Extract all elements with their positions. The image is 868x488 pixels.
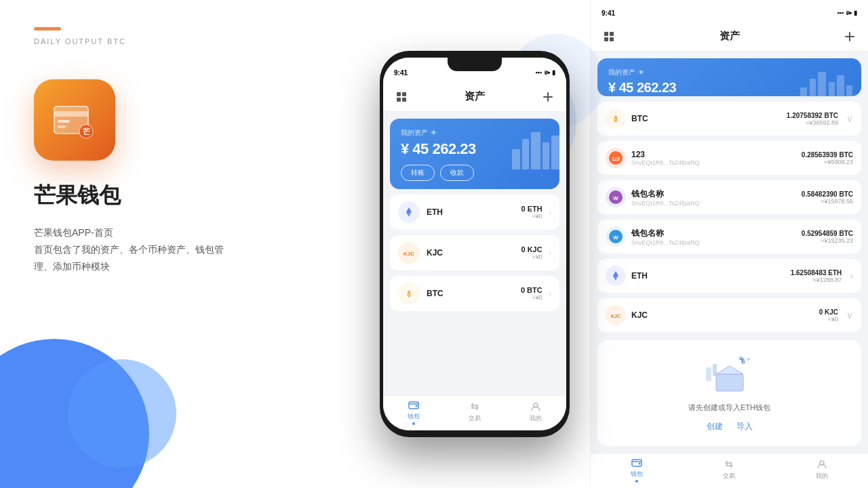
right-123-name: 123 [631, 150, 796, 159]
phone-device: 9:41 ▪▪▪ ⌲ ▮ 资产 [380, 51, 570, 437]
kjc-amount: 0 KJC [521, 245, 542, 253]
right-asset-card: 我的资产 👁 ¥ 45 262.23 转账 收款 [597, 58, 861, 96]
svg-rect-35 [846, 85, 852, 96]
svg-rect-55 [706, 367, 711, 381]
right-eth-row[interactable]: ETH 1.62508483 ETH ≈¥1288.87 › [597, 259, 861, 293]
svg-text:123: 123 [612, 157, 620, 161]
phone-tab-wallet[interactable]: 钱包 [383, 399, 444, 425]
right-kjc-chevron: ∨ [846, 310, 853, 321]
right-navbar: 资产 [591, 22, 868, 52]
svg-point-58 [639, 463, 641, 465]
right-wallet2-fiat: ≈¥15235.23 [802, 237, 853, 244]
right-wallet2-addr: 3AvEQt1R8...TsZ4fpaRQ [631, 239, 796, 246]
svg-marker-51 [716, 366, 743, 374]
eth-create-link[interactable]: 创建 [707, 421, 723, 432]
phone-time: 9:41 [394, 69, 408, 77]
svg-rect-29 [610, 37, 614, 41]
right-kjc-row[interactable]: KJC KJC 0 KJC ≈¥0 ∨ [597, 298, 861, 332]
phone-screen: 9:41 ▪▪▪ ⌲ ▮ 资产 [383, 58, 566, 430]
kjc-name: KJC [427, 248, 514, 258]
right-btc-icon: ₿ [606, 108, 626, 129]
phone-eth-row[interactable]: ETH 0 ETH ≈¥0 › [390, 195, 559, 230]
phone-receive-button[interactable]: 收款 [440, 165, 474, 181]
right-btc-name: BTC [631, 114, 781, 123]
eth-name: ETH [427, 207, 514, 217]
phone-content: 我的资产 👁 ¥ 45 262.23 转账 收款 ETH [383, 112, 566, 395]
right-kjc-name: KJC [631, 310, 814, 320]
right-wallet2-amount-col: 0.52954859 BTC ≈¥15235.23 [802, 230, 853, 244]
phone-nav-title: 资产 [465, 90, 485, 103]
right-wallet2-row[interactable]: W 钱包名称 3AvEQt1R8...TsZ4fpaRQ 0.52954859 … [597, 220, 861, 253]
btc-amount: 0 BTC [521, 286, 542, 294]
right-wallet1-addr: 3AvEQt1R8...TsZ4fpaRQ [631, 200, 796, 207]
right-eth-crypto: 1.62508483 ETH [791, 269, 842, 277]
right-content: 我的资产 👁 ¥ 45 262.23 转账 收款 ₿ BTC 1.2075839… [591, 52, 868, 453]
desc-line1: 芒果钱包APP-首页 [34, 227, 113, 238]
svg-rect-9 [402, 98, 406, 102]
right-123-amount-col: 0.28563939 BTC ≈¥5908.23 [802, 151, 853, 165]
right-tab-active-dot [635, 480, 638, 483]
eth-amount: 0 ETH [521, 205, 542, 213]
eth-wallet-create-box: 请先创建或导入ETH钱包 创建 导入 [597, 340, 861, 446]
svg-rect-13 [542, 142, 549, 169]
right-wallet1-name-col: 钱包名称 3AvEQt1R8...TsZ4fpaRQ [631, 188, 796, 207]
phone-nav-grid-icon[interactable] [394, 89, 409, 104]
svg-text:W: W [613, 235, 618, 241]
svg-point-24 [416, 405, 418, 407]
phone-navbar: 资产 [383, 82, 566, 112]
right-eth-chevron: › [850, 270, 853, 281]
right-kjc-icon: KJC [606, 305, 626, 325]
btc-icon: ₿ [398, 283, 420, 304]
svg-rect-11 [522, 139, 529, 169]
svg-rect-1 [54, 111, 88, 117]
right-btc-name-col: BTC [631, 114, 781, 123]
eth-create-svg [703, 354, 757, 394]
kjc-name-col: KJC [427, 248, 514, 258]
right-btc-crypto: 1.20758392 BTC [787, 112, 838, 119]
right-nav-add-icon[interactable] [842, 29, 857, 44]
signal-icon: ▪▪▪ [535, 69, 542, 76]
right-status-icons: ▪▪▪ ⌲ ▮ [837, 9, 857, 16]
right-btc-amount-col: 1.20758392 BTC ≈¥36592.89 [787, 112, 838, 126]
right-123-row[interactable]: 123 123 3AvEQt1R8...TsZ4fpaRQ 0.28563939… [597, 141, 861, 175]
right-wallet2-crypto: 0.52954859 BTC [802, 230, 853, 237]
brand-subtitle: DAILY OUTPUT BTC [34, 37, 326, 45]
svg-rect-2 [58, 120, 70, 123]
right-eth-fiat: ≈¥1288.87 [791, 277, 842, 283]
svg-rect-31 [810, 79, 816, 96]
phone-tab-exchange[interactable]: 交易 [444, 401, 505, 423]
phone-mockup: 9:41 ▪▪▪ ⌲ ▮ 资产 [359, 0, 590, 488]
right-btc-row[interactable]: ₿ BTC 1.20758392 BTC ≈¥36592.89 ∨ [597, 102, 861, 136]
desc-line2: 首页包含了我的资产、各个币种资产、钱包管 [34, 244, 224, 255]
right-wallet1-row[interactable]: W 钱包名称 3AvEQt1R8...TsZ4fpaRQ 0.58482390 … [597, 180, 861, 214]
right-tab-wallet[interactable]: 钱包 [591, 456, 683, 483]
phone-tab-exchange-label: 交易 [469, 414, 481, 423]
eth-import-link[interactable]: 导入 [736, 421, 753, 432]
svg-rect-33 [829, 82, 835, 96]
phone-btc-row[interactable]: ₿ BTC 0 BTC ≈¥0 › [390, 276, 559, 311]
right-wallet2-name-col: 钱包名称 3AvEQt1R8...TsZ4fpaRQ [631, 228, 796, 246]
right-123-icon: 123 [606, 148, 626, 168]
kjc-approx: ≈¥0 [521, 253, 542, 260]
phone-kjc-row[interactable]: KJC KJC 0 KJC ≈¥0 › [390, 235, 559, 270]
right-nav-grid-icon[interactable] [601, 29, 616, 44]
phone-nav-add-icon[interactable] [540, 89, 555, 104]
right-eye-icon: 👁 [638, 69, 644, 76]
blue-blob2-decoration [68, 359, 176, 468]
eth-approx: ≈¥0 [521, 213, 542, 220]
phone-tab-mine[interactable]: 我的 [505, 401, 566, 423]
svg-rect-6 [397, 92, 401, 96]
right-123-addr: 3AvEQt1R8...TsZ4fpaRQ [631, 159, 796, 166]
svg-text:W: W [613, 195, 618, 201]
eth-name-col: ETH [427, 207, 514, 217]
right-tab-wallet-label: 钱包 [631, 470, 643, 479]
right-tab-exchange-label: 交易 [723, 472, 735, 481]
phone-transfer-button[interactable]: 转账 [401, 165, 435, 181]
right-tab-mine[interactable]: 我的 [776, 458, 868, 481]
right-panel: 9:41 ▪▪▪ ⌲ ▮ 资产 我的资产 [590, 0, 868, 488]
app-icon: 芒 [34, 79, 115, 161]
wifi-icon: ⌲ [544, 69, 550, 76]
right-kjc-name-col: KJC [631, 310, 814, 320]
right-tab-exchange[interactable]: 交易 [683, 458, 775, 481]
phone-tabbar: 钱包 交易 我的 [383, 395, 566, 430]
